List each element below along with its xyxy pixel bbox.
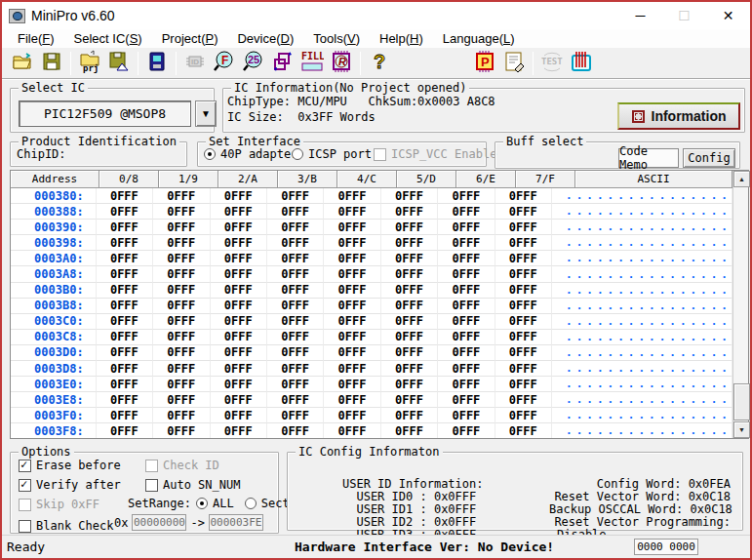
hex-cell[interactable]: 0FFF xyxy=(97,408,153,423)
checkbox-check-id[interactable]: Check ID xyxy=(145,459,219,472)
vertical-scrollbar[interactable]: ▲ ▼ xyxy=(732,171,748,438)
hex-cell[interactable]: 0FFF xyxy=(153,314,210,330)
range-to-field[interactable]: 000003FE xyxy=(209,514,263,531)
hex-cell[interactable]: 0FFF xyxy=(324,188,380,204)
hex-cell[interactable]: 0FFF xyxy=(324,299,380,314)
checkbox-verify-after[interactable]: Verify after xyxy=(19,478,121,492)
hex-cell[interactable]: 0FFF xyxy=(97,204,153,220)
hex-cell[interactable]: 0FFF xyxy=(381,235,438,251)
hex-cell[interactable]: 0FFF xyxy=(97,266,153,282)
hex-cell[interactable]: 0FFF xyxy=(438,188,495,204)
tab-config[interactable]: Config xyxy=(683,148,735,168)
hex-cell[interactable]: 0FFF xyxy=(324,330,380,345)
hex-cell[interactable]: 0FFF xyxy=(495,188,552,204)
hex-cell[interactable]: 0FFF xyxy=(324,361,380,377)
icsp-port-radio[interactable]: ICSP port xyxy=(292,147,372,161)
hex-cell[interactable]: 0FFF xyxy=(495,220,552,235)
hex-cell[interactable]: 0FFF xyxy=(381,408,438,423)
hex-cell[interactable]: 0FFF xyxy=(495,299,552,314)
hex-cell[interactable]: 0FFF xyxy=(495,235,552,251)
hex-cell[interactable]: 0FFF xyxy=(267,204,324,220)
hex-cell[interactable]: 0FFF xyxy=(211,330,267,345)
scroll-up-button[interactable]: ▲ xyxy=(733,171,750,187)
hex-cell[interactable]: 0FFF xyxy=(211,204,267,220)
minimize-button[interactable]: ─ xyxy=(618,2,662,29)
save-project-button[interactable] xyxy=(104,50,134,77)
copy-buffer-button[interactable] xyxy=(268,50,297,77)
close-button[interactable]: ✕ xyxy=(706,2,750,29)
checkbox-skip-0xff[interactable]: Skip 0xFF xyxy=(19,498,99,511)
hex-cell[interactable]: 0FFF xyxy=(438,251,495,266)
hex-cell[interactable]: 0FFF xyxy=(97,283,153,299)
hex-cell[interactable]: 0FFF xyxy=(267,251,324,266)
hex-cell[interactable]: 0FFF xyxy=(267,235,324,251)
hex-cell[interactable]: 0FFF xyxy=(211,235,267,251)
hex-cell[interactable]: 0FFF xyxy=(211,345,267,361)
hex-cell[interactable]: 0FFF xyxy=(381,361,438,377)
checkbox-erase-before[interactable]: Erase before xyxy=(19,459,121,472)
hex-cell[interactable]: 0FFF xyxy=(495,408,552,423)
range-sect-radio[interactable] xyxy=(245,498,257,509)
program-chip-button[interactable]: P xyxy=(470,50,499,77)
hex-cell[interactable]: 0FFF xyxy=(438,283,495,299)
hex-cell[interactable]: 0FFF xyxy=(97,299,153,314)
help-button[interactable]: ? xyxy=(365,50,394,77)
range-all-radio[interactable] xyxy=(196,498,208,509)
save-button[interactable] xyxy=(37,50,66,77)
hex-cell[interactable]: 0FFF xyxy=(495,423,552,438)
hex-cell[interactable]: 0FFF xyxy=(153,266,210,282)
hex-cell[interactable]: 0FFF xyxy=(438,266,495,282)
device-buffer-button[interactable] xyxy=(142,50,172,77)
tab-code-memo[interactable]: Code Memo xyxy=(618,148,679,168)
auto-program-button[interactable]: R xyxy=(327,50,356,77)
hex-cell[interactable]: 0FFF xyxy=(495,314,552,330)
hex-cell[interactable]: 0FFF xyxy=(495,345,552,361)
hex-cell[interactable]: 0FFF xyxy=(495,204,552,220)
hex-cell[interactable]: 0FFF xyxy=(267,330,324,345)
hex-cell[interactable]: 0FFF xyxy=(211,314,267,330)
checkbox-blank-check[interactable]: Blank Check xyxy=(19,519,113,533)
hex-cell[interactable]: 0FFF xyxy=(438,392,495,408)
hex-cell[interactable]: 0FFF xyxy=(495,251,552,266)
hex-cell[interactable]: 0FFF xyxy=(324,377,380,392)
hex-cell[interactable]: 0FFF xyxy=(153,220,210,235)
hex-cell[interactable]: 0FFF xyxy=(153,408,210,423)
open-project-button[interactable]: prj xyxy=(75,50,104,77)
hex-cell[interactable]: 0FFF xyxy=(495,361,552,377)
hex-cell[interactable]: 0FFF xyxy=(97,314,153,330)
menu-item-select-ic[interactable]: Select IC(S) xyxy=(64,30,152,47)
search-25-button[interactable]: 25 xyxy=(239,50,268,77)
edit-buffer-button[interactable] xyxy=(499,50,529,77)
menu-item-device[interactable]: Device(D) xyxy=(227,30,303,47)
hex-cell[interactable]: 0FFF xyxy=(153,330,210,345)
hex-cell[interactable]: 0FFF xyxy=(324,314,380,330)
hex-cell[interactable]: 0FFF xyxy=(438,299,495,314)
hex-cell[interactable]: 0FFF xyxy=(438,314,495,330)
hex-cell[interactable]: 0FFF xyxy=(153,299,210,314)
scroll-down-button[interactable]: ▼ xyxy=(733,421,750,438)
hex-cell[interactable]: 0FFF xyxy=(211,423,267,438)
hex-cell[interactable]: 0FFF xyxy=(267,408,324,423)
hex-cell[interactable]: 0FFF xyxy=(267,345,324,361)
hex-cell[interactable]: 0FFF xyxy=(153,235,210,251)
hex-cell[interactable]: 0FFF xyxy=(381,188,438,204)
hex-cell[interactable]: 0FFF xyxy=(381,220,438,235)
hex-cell[interactable]: 0FFF xyxy=(211,251,267,266)
hex-cell[interactable]: 0FFF xyxy=(267,423,324,438)
menu-item-tools[interactable]: Tools(V) xyxy=(303,30,370,47)
hex-cell[interactable]: 0FFF xyxy=(267,314,324,330)
icsp-vcc-checkbox[interactable]: ICSP_VCC Enable xyxy=(374,147,496,161)
hex-cell[interactable]: 0FFF xyxy=(324,235,380,251)
hex-cell[interactable]: 0FFF xyxy=(211,299,267,314)
hex-cell[interactable]: 0FFF xyxy=(381,266,438,282)
hex-cell[interactable]: 0FFF xyxy=(267,299,324,314)
hex-cell[interactable]: 0FFF xyxy=(153,188,210,204)
hex-cell[interactable]: 0FFF xyxy=(267,188,324,204)
hex-cell[interactable]: 0FFF xyxy=(97,377,153,392)
hex-cell[interactable]: 0FFF xyxy=(381,283,438,299)
hex-cell[interactable]: 0FFF xyxy=(267,266,324,282)
pin-detect-button[interactable] xyxy=(567,50,596,77)
open-button[interactable] xyxy=(8,50,37,77)
hex-cell[interactable]: 0FFF xyxy=(438,408,495,423)
hex-cell[interactable]: 0FFF xyxy=(438,377,495,392)
